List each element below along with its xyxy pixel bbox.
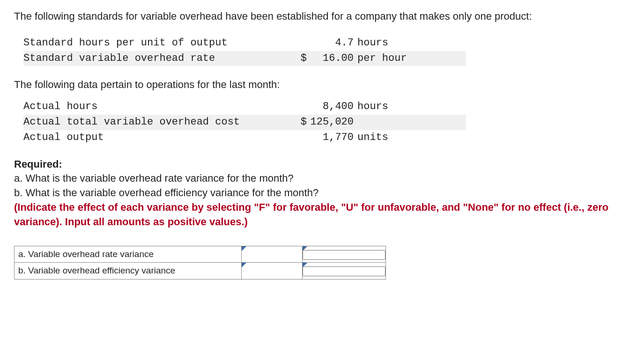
table-row: Actual total variable overhead cost $ 12… [23,115,466,130]
currency-symbol [295,99,307,115]
table-row: b. Variable overhead efficiency variance [15,263,386,280]
answer-a-amount-input[interactable] [242,246,302,263]
answer-b-label: b. Variable overhead efficiency variance [15,263,242,280]
currency-symbol [295,130,307,146]
intro-paragraph: The following standards for variable ove… [14,9,630,24]
actual-unit: units [354,130,466,146]
actuals-table: Actual hours 8,400 hours Actual total va… [23,99,466,145]
answer-section: a. Variable overhead rate variance b. Va… [14,246,630,280]
instruction-text: (Indicate the effect of each variance by… [14,201,608,228]
standard-label: Standard hours per unit of output [23,36,295,51]
currency-symbol: $ [295,51,307,66]
standard-value: 16.00 [307,51,354,66]
actual-unit: hours [354,99,466,115]
table-row: Actual hours 8,400 hours [23,99,466,115]
currency-symbol [295,36,307,51]
standard-value: 4.7 [307,36,354,51]
answer-b-amount-input[interactable] [242,263,302,279]
answer-a-amount-cell[interactable] [242,246,303,263]
actual-unit [354,115,466,130]
answer-a-label: a. Variable overhead rate variance [15,246,242,263]
table-row: a. Variable overhead rate variance [15,246,386,263]
required-section: Required: a. What is the variable overhe… [14,157,630,229]
answer-a-effect-cell[interactable] [303,246,386,263]
table-row: Actual output 1,770 units [23,130,466,146]
actual-label: Actual output [23,130,295,146]
question-b: b. What is the variable overhead efficie… [14,187,318,199]
standard-unit: per hour [354,51,466,66]
currency-symbol: $ [295,115,307,130]
table-row: Standard variable overhead rate $ 16.00 … [23,51,466,66]
answer-a-effect-input[interactable] [303,250,385,260]
standards-table: Standard hours per unit of output 4.7 ho… [23,36,466,66]
standard-label: Standard variable overhead rate [23,51,295,66]
answer-b-amount-cell[interactable] [242,263,303,280]
required-heading: Required: [14,158,62,170]
mid-paragraph: The following data pertain to operations… [14,78,630,92]
actual-value: 1,770 [307,130,354,146]
actual-label: Actual total variable overhead cost [23,115,295,130]
standard-unit: hours [354,36,466,51]
answer-b-effect-input[interactable] [303,266,385,276]
answer-b-effect-cell[interactable] [303,263,386,280]
question-a: a. What is the variable overhead rate va… [14,172,294,184]
answer-table: a. Variable overhead rate variance b. Va… [14,246,386,280]
table-row: Standard hours per unit of output 4.7 ho… [23,36,466,51]
actual-value: 125,020 [307,115,354,130]
actual-value: 8,400 [307,99,354,115]
actual-label: Actual hours [23,99,295,115]
